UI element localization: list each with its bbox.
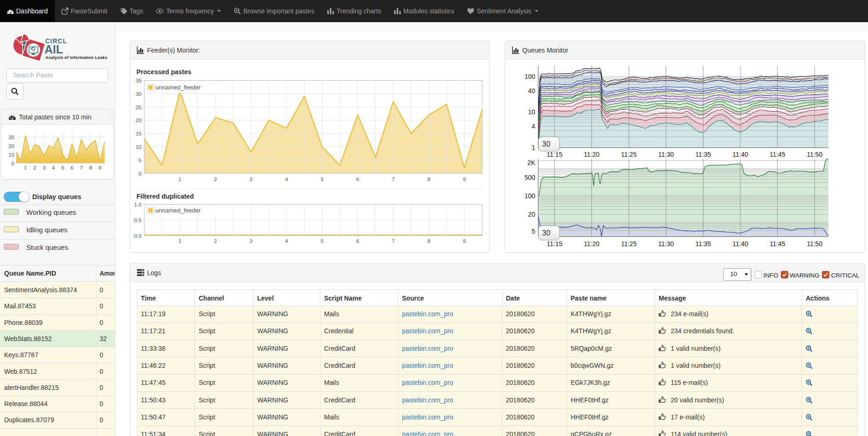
svg-text:11:50: 11:50 xyxy=(807,240,822,247)
svg-text:11:20: 11:20 xyxy=(584,240,600,247)
svg-text:100: 100 xyxy=(525,192,536,200)
svg-text:11:45: 11:45 xyxy=(770,240,785,247)
svg-text:11:50: 11:50 xyxy=(807,151,822,158)
svg-text:100: 100 xyxy=(525,73,536,80)
svg-text:11:35: 11:35 xyxy=(695,151,711,158)
svg-text:11:30: 11:30 xyxy=(658,240,674,247)
svg-text:11:40: 11:40 xyxy=(732,240,748,247)
svg-text:11:25: 11:25 xyxy=(621,240,637,247)
svg-text:11:35: 11:35 xyxy=(695,240,711,247)
svg-text:500: 500 xyxy=(525,174,536,181)
svg-text:30: 30 xyxy=(542,229,550,237)
svg-text:40: 40 xyxy=(528,87,535,94)
svg-text:11:25: 11:25 xyxy=(621,151,637,158)
svg-text:10: 10 xyxy=(528,108,535,116)
svg-text:1: 1 xyxy=(531,144,535,151)
svg-text:11:30: 11:30 xyxy=(658,151,674,158)
svg-text:30: 30 xyxy=(542,140,550,148)
svg-text:11:40: 11:40 xyxy=(732,151,748,158)
svg-text:4: 4 xyxy=(531,123,535,130)
svg-text:11:15: 11:15 xyxy=(547,240,562,247)
svg-text:2K: 2K xyxy=(527,159,536,166)
svg-text:11:45: 11:45 xyxy=(770,151,785,158)
svg-text:5: 5 xyxy=(531,228,535,235)
svg-text:20: 20 xyxy=(528,211,535,218)
svg-text:11:15: 11:15 xyxy=(547,151,562,158)
svg-text:11:20: 11:20 xyxy=(584,151,600,158)
